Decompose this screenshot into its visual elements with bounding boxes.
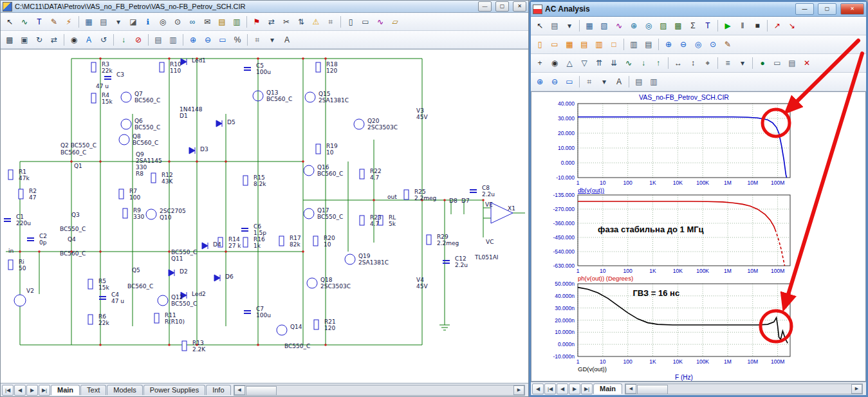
- component-label[interactable]: D8: [449, 198, 457, 204]
- repeat-icon[interactable]: ↺: [97, 33, 111, 47]
- component-label[interactable]: Q1: [74, 163, 82, 169]
- stop-button[interactable]: ■: [750, 19, 764, 33]
- component-label[interactable]: V4 45V: [416, 277, 428, 290]
- cursor-mode-icon[interactable]: +: [533, 56, 547, 70]
- zoom-window-icon[interactable]: ▭: [562, 75, 577, 89]
- component-symbol[interactable]: [244, 68, 251, 70]
- component-label[interactable]: C6 1.5p: [254, 223, 266, 236]
- component-label[interactable]: C3: [116, 71, 124, 78]
- component-label[interactable]: R29 2.2meg: [437, 234, 459, 246]
- component-symbol[interactable]: [189, 147, 195, 154]
- stop-icon[interactable]: ⊘: [131, 33, 145, 47]
- text-tool[interactable]: T: [32, 15, 46, 29]
- component-label[interactable]: Q2 BC550_C: [60, 142, 97, 149]
- scrollbar-track[interactable]: [245, 386, 513, 394]
- component-label[interactable]: D7: [461, 198, 470, 204]
- component-label[interactable]: Q7 BC560_C: [134, 91, 160, 104]
- component-symbol[interactable]: [244, 311, 251, 313]
- component-label[interactable]: Q15 2SA1381C: [319, 91, 349, 104]
- run-button[interactable]: ▶: [721, 19, 735, 33]
- find-text-icon[interactable]: A: [82, 33, 96, 47]
- component-symbol[interactable]: [160, 62, 164, 72]
- fft-icon[interactable]: ∿: [612, 19, 626, 33]
- properties-icon[interactable]: ✎: [721, 37, 735, 51]
- zoom-prev-icon[interactable]: ◎: [691, 37, 705, 51]
- analysis-plot-area[interactable]: VAS_no-FB_Petrov_SCH.CIR1101001K10K100K1…: [531, 91, 866, 382]
- component-symbol[interactable]: [169, 270, 174, 276]
- component-label[interactable]: BC560_C: [60, 149, 86, 156]
- component-label[interactable]: Q19 2SA1381C: [358, 253, 389, 266]
- component-label[interactable]: 47 u: [96, 83, 109, 89]
- component-label[interactable]: Led2: [192, 291, 206, 297]
- component-label[interactable]: Ri 50: [19, 259, 26, 272]
- component-label[interactable]: V2: [26, 288, 34, 294]
- panel-cols-icon[interactable]: ▥: [592, 37, 606, 51]
- component-label[interactable]: C8 2.2u: [482, 185, 495, 198]
- ac-minimize-button[interactable]: —: [795, 3, 814, 15]
- component-label[interactable]: R11 R(R10): [165, 312, 185, 325]
- component-symbol[interactable]: [279, 236, 284, 246]
- component-symbol[interactable]: [181, 59, 187, 65]
- component-symbol[interactable]: [307, 278, 317, 288]
- component-label[interactable]: C4 47 u: [111, 291, 124, 304]
- component-label[interactable]: 2SC2705 Q10: [160, 208, 186, 221]
- component-symbol[interactable]: [146, 209, 156, 219]
- split-v-icon[interactable]: ▤: [642, 37, 656, 51]
- component-label[interactable]: X1: [508, 205, 515, 212]
- grid-icon[interactable]: ⌗: [582, 75, 596, 89]
- clipboard-icon[interactable]: ▤: [548, 19, 562, 33]
- wire-tool[interactable]: ∿: [17, 15, 32, 29]
- last-page-button[interactable]: ▶|: [39, 385, 50, 396]
- schematic-canvas[interactable]: R3 22kC347 uR4 15kQ7 BC560_CR10 110Led1C…: [1, 49, 528, 383]
- component-symbol[interactable]: [345, 254, 355, 264]
- pattern-icon[interactable]: ▩: [3, 33, 17, 47]
- component-label[interactable]: Q16 BC560_C: [317, 164, 343, 177]
- component-symbol[interactable]: [91, 62, 96, 72]
- menu-dropdown[interactable]: ▾: [597, 75, 611, 89]
- component-label[interactable]: Q20 2SC3503C: [367, 118, 398, 131]
- component-symbol[interactable]: [123, 208, 127, 218]
- clipboard-icon[interactable]: ▤: [97, 15, 111, 29]
- prev-page-button[interactable]: ◀: [14, 385, 26, 396]
- component-label[interactable]: R19 10: [326, 143, 338, 156]
- valley-icon[interactable]: ▽: [577, 56, 591, 70]
- tab-models[interactable]: Models: [107, 385, 142, 395]
- box-select-icon[interactable]: ▣: [17, 33, 32, 47]
- component-symbol[interactable]: [314, 320, 319, 329]
- component-symbol[interactable]: [304, 165, 314, 176]
- wave-icon[interactable]: ∿: [373, 15, 387, 29]
- component-symbol[interactable]: [154, 313, 159, 323]
- component-symbol[interactable]: [4, 219, 11, 221]
- edit-doc-icon[interactable]: ▥: [230, 15, 244, 29]
- component-label[interactable]: out: [387, 194, 397, 200]
- component-symbol[interactable]: [316, 62, 320, 72]
- component-label[interactable]: R12 43K: [162, 172, 173, 185]
- component-symbol[interactable]: [19, 189, 23, 199]
- warning-icon[interactable]: ⚠: [309, 15, 323, 29]
- open-icon[interactable]: ▱: [388, 15, 402, 29]
- global-max-icon[interactable]: ↑: [651, 56, 665, 70]
- component-label[interactable]: Q3: [71, 212, 80, 218]
- scrollbar-track[interactable]: [636, 385, 851, 393]
- component-label[interactable]: D5: [227, 119, 235, 125]
- component-symbol[interactable]: [121, 92, 131, 102]
- zoom-out-icon[interactable]: ⊖: [548, 75, 562, 89]
- menu-dropdown[interactable]: ▾: [111, 15, 125, 29]
- link-icon[interactable]: ∞: [185, 15, 199, 29]
- menu-dropdown[interactable]: ▾: [735, 56, 750, 70]
- grid-icon[interactable]: ⌗: [324, 15, 338, 29]
- mirror-icon[interactable]: ⇄: [47, 33, 61, 47]
- component-symbol[interactable]: [277, 325, 287, 335]
- component-label[interactable]: R1 47k: [19, 169, 30, 181]
- data-points-icon[interactable]: ●: [755, 56, 770, 70]
- panel-tall-icon[interactable]: ▯: [533, 37, 547, 51]
- component-label[interactable]: BC550_C: [284, 343, 310, 349]
- component-label[interactable]: Q9 2SA1145 330 R8: [136, 151, 162, 177]
- notes-icon[interactable]: ▤: [215, 15, 229, 29]
- axes-icon[interactable]: ▦: [582, 19, 596, 33]
- tag-horizontal-icon[interactable]: ↔: [671, 56, 685, 70]
- tab-power-supplies[interactable]: Power Supplies: [143, 385, 205, 395]
- info-icon[interactable]: ℹ: [141, 15, 155, 29]
- component-symbol[interactable]: [104, 77, 111, 79]
- component-label[interactable]: R18 120: [326, 61, 338, 74]
